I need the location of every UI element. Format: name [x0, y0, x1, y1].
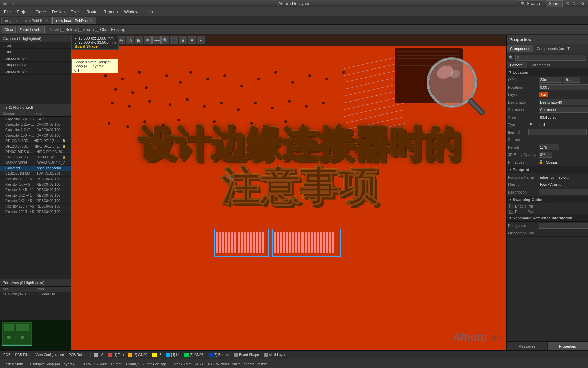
- tab-new-board[interactable]: new board.PcbDoc ✕: [52, 17, 96, 24]
- height-input[interactable]: [539, 144, 559, 150]
- select-option[interactable]: Select: [60, 27, 77, 32]
- comp-r383k[interactable]: Resistor 383K +/-1 RESC0402(1005)_L: [0, 177, 71, 182]
- enable-part-checkbox[interactable]: [509, 210, 513, 214]
- layer-ls[interactable]: LS: [92, 352, 105, 358]
- onn-group[interactable]: ...onn: [0, 49, 71, 55]
- search-bar-title[interactable]: 🔍 Search: [518, 0, 543, 7]
- text-tool[interactable]: A: [188, 36, 196, 44]
- svg-rect-79: [247, 232, 249, 253]
- left-panel: Classes (1 Highlighted) ...log ...onn ..…: [0, 35, 71, 350]
- diff-tool[interactable]: ⟿: [152, 36, 161, 44]
- enable-pin-checkbox[interactable]: [509, 204, 513, 208]
- comp-r1k[interactable]: Resistor 1K +/-5 RESC0402(1005)_L: [0, 182, 71, 187]
- layer-top[interactable]: [1] Top: [106, 352, 126, 358]
- window-controls[interactable]: ▣ ↩ →: [3, 0, 22, 7]
- tab-component[interactable]: Component: [507, 45, 533, 52]
- measure-tool[interactable]: ⊞: [135, 36, 143, 44]
- pcb-filter-label[interactable]: PCB Filter: [13, 352, 33, 358]
- description-input[interactable]: [539, 189, 588, 195]
- components-group-2[interactable]: ...omponents>: [0, 62, 71, 68]
- menu-place[interactable]: Place: [33, 9, 49, 15]
- designator-input[interactable]: [539, 99, 588, 105]
- layer-board-shape[interactable]: Board Shape: [232, 352, 261, 358]
- clear-existing-option[interactable]: Clear Existing: [95, 27, 125, 32]
- center-canvas[interactable]: ↖ ⊕ + ╱ ⬜ ◎ ◇ ⊞ ≋ ⟿ 🔍 ⬛ ⊞ A ▸ x: 13.500: [71, 35, 506, 350]
- comp-edge-connector[interactable]: Comment edge_connector_: [0, 166, 71, 171]
- tab-edge-connector[interactable]: edge connector.PcbLib ✕: [1, 17, 52, 24]
- prim-col-layer: Layer: [36, 287, 69, 291]
- grid-tool[interactable]: ⊞: [179, 36, 187, 44]
- close-tab-new-board-icon[interactable]: ✕: [90, 19, 93, 22]
- comment-input[interactable]: [539, 107, 588, 113]
- tab-components-and[interactable]: Components (and T: [533, 45, 573, 52]
- 3d-tool[interactable]: ⬛: [170, 36, 178, 44]
- zoom-level-button[interactable]: Zoom Level...: [17, 26, 45, 33]
- comp-r200r-1[interactable]: Resistor 200R +/-5 RESC0402(1005)_L: [0, 204, 71, 209]
- comp-df40c[interactable]: DF40C-20DS-0.4V... HIRO-DF40C-20DS: [0, 149, 71, 155]
- layer-l4[interactable]: [4] L4: [164, 352, 182, 358]
- comp-r84k5[interactable]: Resistor 84K5 +/-1 RESC0402(1005)_L: [0, 187, 71, 193]
- pcb-rule-label[interactable]: PCB Rule...: [67, 352, 88, 358]
- xy-y-input[interactable]: [563, 77, 580, 83]
- xy-x-input[interactable]: [539, 77, 562, 83]
- comp-capacitor-22uf-1[interactable]: Capacitor 2.2µF +/- CAPC0402(1005)60_: [0, 122, 71, 127]
- menu-window[interactable]: Window: [121, 9, 141, 15]
- rotation-input[interactable]: [539, 84, 588, 90]
- net-tool[interactable]: ≋: [144, 36, 152, 44]
- properties-search-input[interactable]: [515, 55, 586, 61]
- properties-tab[interactable]: Properties: [548, 342, 588, 350]
- designator-s-input[interactable]: [539, 223, 588, 229]
- components-group-1[interactable]: ...omponents>: [0, 55, 71, 62]
- comp-vls[interactable]: VLS252010HBX-2R2 TDK-VLS252010_V: [0, 171, 71, 177]
- zoom-checkbox[interactable]: [78, 28, 82, 32]
- layer-multi[interactable]: Multi-Layer: [262, 352, 288, 358]
- menu-file[interactable]: File: [1, 9, 13, 15]
- inspect-tool[interactable]: 🔍: [161, 36, 169, 44]
- close-tab-icon[interactable]: ✕: [45, 19, 48, 22]
- comp-sm06b[interactable]: SM06B-SRSS-TB JST-SM06B-SRSS-55 🔒: [0, 155, 71, 160]
- menu-help[interactable]: Help: [142, 9, 156, 15]
- share-button[interactable]: Share: [546, 0, 563, 7]
- comp-r2k2-1[interactable]: Resistor 2K2 +/-1 RESC0402(1005)_L: [0, 193, 71, 198]
- comp-capacitor-100nf[interactable]: Capacitor 100nF +/- CAPC0402(1005)60_: [0, 133, 71, 138]
- more-tool[interactable]: ▸: [197, 36, 205, 44]
- messages-tab[interactable]: Messages: [507, 342, 548, 350]
- comp-r200r-2[interactable]: Resistor 200R +/-5 RESC0402(1005)_L: [0, 209, 71, 215]
- menu-tools[interactable]: Tools: [68, 9, 83, 15]
- layer-gnd5[interactable]: [5] GND5: [182, 352, 206, 358]
- main-toolbar: Clear Zoom Level... All On Select Zoom C…: [0, 25, 588, 35]
- comp-1ss400[interactable]: 1SS400CSFH ROHM-VMN2-2_V: [0, 160, 71, 166]
- layer-l3[interactable]: L3: [150, 352, 163, 358]
- view-config-label[interactable]: View Configuration: [33, 352, 66, 358]
- clear-button[interactable]: Clear: [2, 26, 16, 33]
- pcb-label[interactable]: PCB: [1, 352, 13, 358]
- mini-map[interactable]: [0, 320, 71, 350]
- log-group[interactable]: ...log: [0, 42, 71, 49]
- menu-project[interactable]: Project: [14, 9, 32, 15]
- comp-capacitor-22uf-2[interactable]: Capacitor 2.2µF +/- CAPC0402(1005)60_: [0, 127, 71, 133]
- layer-bottom[interactable]: [6] Bottom: [207, 352, 231, 358]
- body-opacity-input[interactable]: [539, 152, 552, 158]
- menu-design[interactable]: Design: [49, 9, 67, 15]
- svg-point-33: [254, 102, 257, 104]
- select-checkbox[interactable]: [60, 28, 64, 32]
- zoom-option[interactable]: Zoom: [78, 27, 94, 32]
- layer-bottom-label: [6] Bottom: [214, 353, 229, 357]
- components-group-3[interactable]: ...omponents>: [0, 68, 71, 75]
- poly-tool[interactable]: ◇: [126, 36, 134, 44]
- menu-reports[interactable]: Reports: [101, 9, 120, 15]
- menu-route[interactable]: Route: [84, 9, 100, 15]
- settings-icon[interactable]: ⚙: [566, 1, 570, 6]
- comp-df12-1[interactable]: DF12(3.0)-30DS-0.5 HIRO-DF12(3.0)-50 🔒: [0, 138, 71, 144]
- comp-r2k2-5[interactable]: Resistor 2K2 +/-5 RESC0402(1005)_L: [0, 198, 71, 204]
- general-tab[interactable]: General: [507, 62, 527, 68]
- layer-gnd2[interactable]: [2] GND2: [126, 352, 150, 358]
- prim-item-1[interactable]: n=0.2mm (96.8...) Board Shi...: [0, 292, 71, 297]
- comp-capacitor-12pf[interactable]: Capacitor 12pF +/- CAPC...: [0, 117, 71, 122]
- comp-df12-2[interactable]: DF12(3.0)-30DS-0.5 HIRO-DF12(3.0)-50 🔒: [0, 144, 71, 149]
- item-id-input[interactable]: [528, 129, 587, 135]
- enable-part-row: Enable Part: [507, 209, 588, 214]
- svg-rect-77: [241, 232, 243, 253]
- clear-existing-checkbox[interactable]: [95, 28, 99, 32]
- parameters-tab[interactable]: Parameters: [527, 62, 553, 68]
